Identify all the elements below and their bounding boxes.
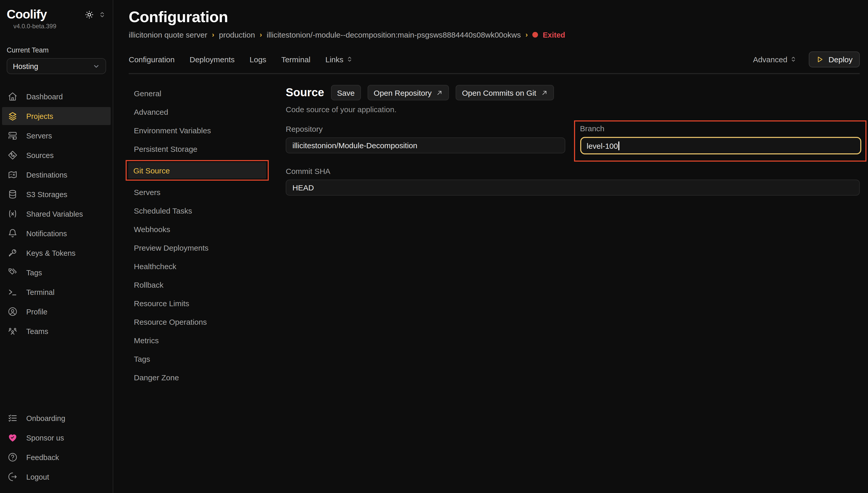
sidebar-item-servers[interactable]: Servers: [2, 127, 111, 145]
map-icon: [8, 170, 18, 179]
sidebar-item-label: Profile: [26, 307, 47, 316]
breadcrumb-project[interactable]: illicitonion quote server: [129, 30, 207, 39]
sidebar-item-label: Feedback: [26, 453, 59, 462]
coolify-app: Coolify v4.0.0-beta.399 Current Team Hos…: [0, 0, 868, 493]
subnav-item-danger-zone[interactable]: Danger Zone: [129, 369, 269, 385]
team-select[interactable]: Hosting: [7, 58, 106, 74]
external-link-arrow-icon: [541, 89, 548, 96]
repository-field-group: Repository: [286, 125, 565, 162]
chevron-down-icon: [93, 63, 100, 70]
advanced-dropdown[interactable]: Advanced: [753, 55, 797, 64]
sidebar-item-logout[interactable]: Logout: [2, 468, 111, 486]
breadcrumb-environment[interactable]: production: [219, 30, 255, 39]
sidebar-item-label: Onboarding: [26, 414, 65, 422]
team-select-value: Hosting: [13, 62, 38, 70]
app-version: v4.0.0-beta.399: [7, 22, 63, 30]
subnav-item-scheduled-tasks[interactable]: Scheduled Tasks: [129, 202, 269, 219]
branch-input[interactable]: level-100: [580, 137, 861, 154]
sidebar-item-label: Keys & Tokens: [26, 249, 76, 257]
configuration-subnav: General Advanced Environment Variables P…: [129, 85, 269, 385]
sidebar-footer: Onboarding Sponsor us Feedback Logout: [0, 409, 113, 486]
subnav-item-advanced[interactable]: Advanced: [129, 103, 269, 120]
theme-selector-chevrons-icon[interactable]: [99, 11, 106, 19]
sidebar-item-s3-storages[interactable]: S3 Storages: [2, 185, 111, 203]
commit-sha-input[interactable]: [286, 179, 860, 196]
home-icon: [8, 92, 18, 101]
sidebar-item-label: Shared Variables: [26, 210, 83, 218]
sidebar-item-projects[interactable]: Projects: [2, 107, 111, 125]
sidebar-item-sources[interactable]: Sources: [2, 146, 111, 164]
tab-deployments[interactable]: Deployments: [189, 55, 234, 64]
branch-value: level-100: [587, 141, 618, 150]
help-icon: [8, 452, 18, 462]
sidebar-item-profile[interactable]: Profile: [2, 303, 111, 321]
tab-links[interactable]: Links: [325, 55, 353, 64]
subnav-item-metrics[interactable]: Metrics: [129, 332, 269, 348]
subnav-item-rollback[interactable]: Rollback: [129, 276, 269, 293]
tab-logs[interactable]: Logs: [250, 55, 267, 64]
tags-icon: [8, 267, 18, 277]
save-button[interactable]: Save: [331, 85, 361, 100]
sidebar-nav: Dashboard Projects Servers Sources Desti…: [0, 87, 113, 340]
subnav-item-resource-operations[interactable]: Resource Operations: [129, 314, 269, 330]
repository-input[interactable]: [286, 137, 565, 153]
tab-configuration[interactable]: Configuration: [129, 55, 174, 64]
app-logo: Coolify: [7, 7, 63, 22]
sidebar-item-label: Servers: [26, 131, 52, 140]
subnav-item-resource-limits[interactable]: Resource Limits: [129, 295, 269, 311]
open-repository-button[interactable]: Open Repository: [367, 85, 449, 100]
sidebar-item-label: Dashboard: [26, 92, 63, 101]
heart-icon: [8, 433, 18, 443]
current-team-label: Current Team: [0, 30, 113, 54]
status-text: Exited: [543, 30, 565, 39]
layers-icon: [8, 111, 18, 121]
sidebar-item-label: Tags: [26, 269, 42, 277]
sidebar-item-label: Terminal: [26, 288, 55, 296]
subnav-item-environment-variables[interactable]: Environment Variables: [129, 122, 269, 138]
annotation-box-branch: Branch level-100: [574, 121, 866, 162]
external-link-arrow-icon: [436, 89, 443, 96]
theme-sun-icon[interactable]: [85, 10, 94, 19]
breadcrumb-application[interactable]: illicitestonion/-module--decomposition:m…: [267, 30, 521, 39]
open-commits-button[interactable]: Open Commits on Git: [456, 85, 554, 100]
sidebar-item-feedback[interactable]: Feedback: [2, 448, 111, 466]
user-icon: [8, 307, 18, 317]
sidebar-item-notifications[interactable]: Notifications: [2, 224, 111, 242]
sidebar-item-keys-tokens[interactable]: Keys & Tokens: [2, 244, 111, 262]
subnav-item-webhooks[interactable]: Webhooks: [129, 221, 269, 237]
subnav-item-general[interactable]: General: [129, 85, 269, 101]
tab-terminal[interactable]: Terminal: [281, 55, 311, 64]
subnav-item-persistent-storage[interactable]: Persistent Storage: [129, 141, 269, 157]
commit-sha-field-group: Commit SHA: [286, 167, 860, 196]
sidebar-item-dashboard[interactable]: Dashboard: [2, 87, 111, 106]
subnav-item-tags[interactable]: Tags: [129, 350, 269, 367]
sidebar-item-tags[interactable]: Tags: [2, 263, 111, 281]
subnav-item-servers[interactable]: Servers: [129, 184, 269, 200]
chevron-right-icon: ›: [260, 30, 262, 38]
chevron-right-icon: ›: [525, 30, 528, 38]
terminal-icon: [8, 287, 18, 297]
sidebar-item-label: Logout: [26, 473, 49, 481]
sidebar-item-label: Projects: [26, 112, 53, 120]
database-icon: [8, 189, 18, 199]
git-source-icon: [8, 150, 18, 160]
sidebar-item-teams[interactable]: Teams: [2, 322, 111, 340]
subnav-item-git-source[interactable]: Git Source: [128, 162, 266, 178]
users-icon: [8, 326, 18, 336]
logout-icon: [8, 472, 18, 482]
sidebar-item-onboarding[interactable]: Onboarding: [2, 409, 111, 427]
tab-divider: [129, 73, 860, 74]
sidebar-item-sponsor-us[interactable]: Sponsor us: [2, 429, 111, 447]
git-source-panel: Source Save Open Repository Open Commits…: [269, 85, 860, 385]
deploy-button[interactable]: Deploy: [809, 51, 860, 67]
sidebar-item-label: S3 Storages: [26, 190, 67, 198]
subnav-item-healthcheck[interactable]: Healthcheck: [129, 258, 269, 274]
subnav-item-preview-deployments[interactable]: Preview Deployments: [129, 239, 269, 256]
sidebar-item-terminal[interactable]: Terminal: [2, 283, 111, 301]
sidebar-item-destinations[interactable]: Destinations: [2, 166, 111, 184]
chevron-right-icon: ›: [212, 30, 214, 38]
server-icon: [8, 131, 18, 141]
commit-sha-label: Commit SHA: [286, 167, 860, 175]
chevrons-up-down-icon: [790, 56, 797, 63]
sidebar-item-shared-variables[interactable]: Shared Variables: [2, 205, 111, 223]
